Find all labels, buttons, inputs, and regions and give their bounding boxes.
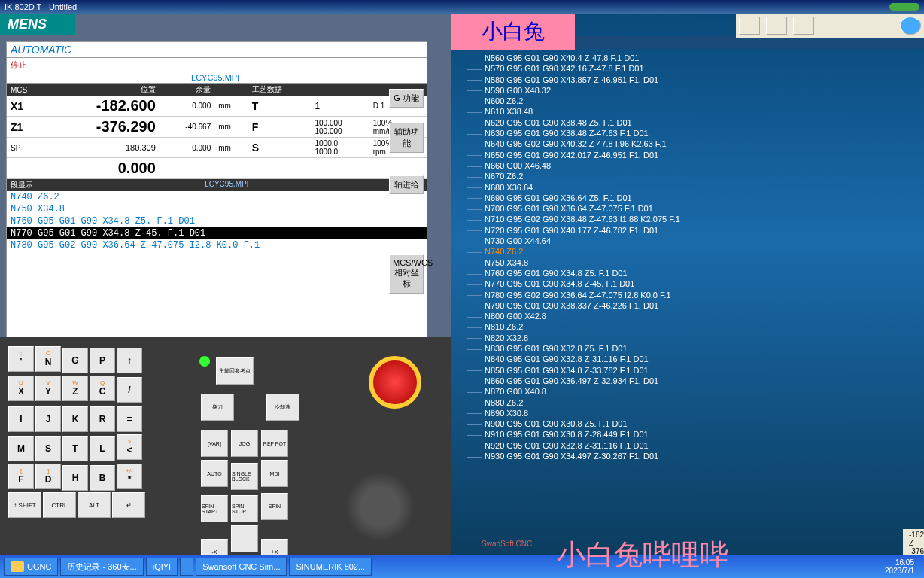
key-f[interactable]: [F (8, 464, 34, 489)
stop-label: 停止 (7, 58, 427, 72)
op--var-[interactable]: [VAR] (201, 430, 228, 457)
code-line: N840 G95 G01 G90 X32.8 Z-31.116 F.1 D01 (467, 354, 909, 364)
key-h[interactable]: H (62, 465, 88, 491)
nc-block-display: N740 Z6.2N750 X34.8N760 G95 G01 G90 X34.… (7, 191, 427, 251)
key-alt[interactable]: ALT (78, 492, 111, 518)
key-p[interactable]: P (90, 348, 115, 373)
program-name: LCYC95.MPF (7, 72, 427, 84)
key-m[interactable]: M (8, 436, 34, 461)
tool-sphere-icon[interactable] (900, 17, 921, 35)
key-g[interactable]: G (62, 348, 88, 373)
op-spin[interactable]: SPIN (261, 493, 288, 520)
tool-btn-2[interactable] (766, 17, 787, 35)
sp-label: SP (7, 138, 47, 158)
key-j[interactable]: J (35, 406, 61, 432)
op-single-block[interactable]: SINGLE BLOCK (231, 463, 258, 490)
code-line: N640 G95 G02 G90 X40.32 Z-47.8 I.96 K2.6… (467, 138, 909, 149)
btn-feed[interactable]: 轴进给 (389, 175, 424, 194)
code-line: N860 G95 G01 G90 X36.497 Z-32.934 F1. D0… (467, 376, 909, 386)
code-line: N590 G00 X48.32 (467, 85, 909, 96)
key-l[interactable]: L (90, 436, 115, 461)
op-ref-pot[interactable]: REF POT (261, 430, 288, 457)
key-c[interactable]: QC (90, 376, 115, 401)
s-label: S (248, 138, 312, 158)
taskbar-item-3[interactable] (180, 558, 193, 576)
taskbar-item-5[interactable]: SINUMERIK 802... (289, 558, 372, 576)
btn-spindle-ref[interactable]: 主轴回参考点 (216, 357, 254, 385)
axis-z-rem: -40.667 (160, 117, 214, 138)
key-t[interactable]: T (62, 436, 88, 461)
siemens-logo: MENS (0, 14, 75, 35)
operation-panel: 主轴回参考点 换刀 冷却液 [VAR]JOGREF POT AUTOSINGLE… (188, 345, 444, 570)
t-label: T (248, 96, 312, 117)
op-jog[interactable]: JOG (231, 430, 258, 457)
key-i[interactable]: I (8, 406, 34, 432)
nc-line: N770 G95 G01 G90 X34.8 Z-45. F.1 D01 (7, 227, 427, 239)
status-lamp-green (199, 356, 210, 367)
mcs-hdr: MCS (7, 84, 47, 96)
tool-btn-1[interactable] (739, 17, 760, 35)
btn-coolant[interactable]: 冷却液 (266, 394, 299, 421)
axis-x-label: X1 (7, 96, 47, 117)
code-line: N680 X36.64 (467, 182, 909, 193)
key-=[interactable]: = (117, 406, 142, 432)
key-*[interactable]: +/-* (117, 464, 142, 489)
emergency-stop-button[interactable] (369, 356, 421, 409)
key-/[interactable]: / (117, 377, 142, 403)
pos-hdr: 位置 (47, 84, 160, 96)
key-x[interactable]: UX (8, 376, 34, 401)
key-d[interactable]: ]D (35, 464, 61, 489)
code-line: N560 G95 G01 G90 X40.4 Z-47.8 F.1 D01 (467, 53, 909, 63)
nc-line: N780 G95 G02 G90 X36.64 Z-47.075 I2.8 K0… (7, 239, 427, 251)
btn-aux[interactable]: 辅助功能 (389, 123, 424, 153)
axis-z-val: -376.290 (47, 117, 160, 138)
op-mdi[interactable]: MDI (261, 460, 288, 487)
taskbar-item-1[interactable]: 历史记录 - 360安... (60, 558, 143, 576)
key-b[interactable]: B (90, 465, 115, 491)
key-ctrl[interactable]: CTRL (43, 492, 76, 518)
code-line: N600 Z6.2 (467, 96, 909, 106)
key-y[interactable]: VY (35, 376, 61, 401)
key-s[interactable]: S (35, 436, 61, 461)
key-r[interactable]: R (90, 406, 115, 432)
op-spin-start[interactable]: SPIN START (201, 495, 228, 522)
key-<[interactable]: >< (117, 434, 142, 460)
btn-mcs-wcs[interactable]: MCS/WCS相对坐标 (389, 254, 424, 294)
op-blank[interactable] (231, 525, 258, 552)
axis-z-label: Z1 (7, 117, 47, 138)
op-auto[interactable]: AUTO (201, 460, 228, 487)
code-line: N670 Z6.2 (467, 171, 909, 181)
taskbar-item-2[interactable]: iQIYI (146, 558, 178, 576)
btn-tool-change[interactable]: 换刀 (201, 394, 234, 421)
axis-x-rem: 0.000 (160, 96, 214, 117)
alpha-keyboard: ;'ONGP↑UXVYWZQC/IJKR=MSTL><[F]DHB+/-*↑ S… (8, 345, 188, 570)
window-title: IK 802D T - Untitled (5, 2, 77, 11)
btn-g-func[interactable]: G 功能 (389, 89, 424, 108)
code-line: N880 Z6.2 (467, 397, 909, 408)
cnc-display: AUTOMATIC 停止 LCYC95.MPF MCS 位置 余量 工艺数据 X… (6, 41, 427, 342)
nc-code-listing: N560 G95 G01 G90 X40.4 Z-47.8 F.1 D01N57… (451, 49, 924, 465)
code-line: N580 G95 G01 G90 X43.857 Z-46.951 F1. D0… (467, 75, 909, 85)
key-↑[interactable]: ↑ (117, 348, 142, 373)
windows-taskbar[interactable]: UGNC历史记录 - 360安...iQIYISwansoft CNC Sim.… (0, 555, 924, 578)
key-shift[interactable]: ↑ SHIFT (8, 492, 41, 518)
code-line: N570 G95 G01 G90 X42.16 Z-47.8 F.1 D01 (467, 63, 909, 74)
key-'[interactable]: ;' (8, 346, 34, 372)
taskbar-item-0[interactable]: UGNC (4, 558, 58, 576)
key-z[interactable]: WZ (62, 376, 88, 401)
taskbar-item-4[interactable]: Swansoft CNC Sim... (196, 558, 287, 576)
code-line: N810 Z6.2 (467, 321, 909, 332)
key-[interactable]: ↵ (112, 492, 145, 518)
code-line: N650 G95 G01 G90 X42.017 Z-46.951 F1. D0… (467, 150, 909, 160)
code-line: N730 G00 X44.64 (467, 236, 909, 246)
tool-btn-3[interactable] (793, 17, 814, 35)
op-spin-stop[interactable]: SPIN STOP (231, 495, 258, 522)
seg-hdr: 段显示 (11, 180, 33, 190)
key-k[interactable]: K (62, 406, 88, 432)
sp-val: 180.309 (47, 138, 160, 158)
sim-toolbar (736, 14, 924, 38)
key-n[interactable]: ON (35, 346, 61, 372)
code-line: N890 X30.8 (467, 408, 909, 418)
axis-x-val: -182.600 (47, 96, 160, 117)
feed-override-dial[interactable] (346, 473, 414, 540)
